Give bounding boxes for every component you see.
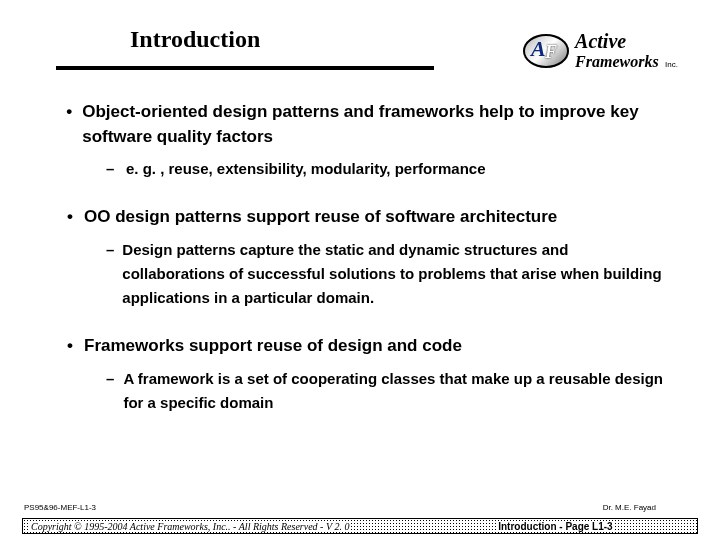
slide-header: Introduction AF Active Frameworks Inc. — [0, 20, 720, 80]
dash-icon: – — [106, 238, 114, 262]
slide-title: Introduction — [130, 26, 260, 53]
sub-list: – e. g. , reuse, extensibility, modulari… — [106, 157, 666, 181]
dash-icon: – — [106, 157, 118, 181]
project-id: PS95&96-MEF-L1-3 — [24, 503, 96, 512]
bullet-dot-icon: • — [66, 100, 72, 125]
bullet-text: Object-oriented design patterns and fram… — [82, 100, 666, 149]
copyright-text: Copyright © 1995-2004 Active Frameworks,… — [29, 521, 351, 532]
sub-text: Design patterns capture the static and d… — [122, 238, 666, 310]
bullet-dot-icon: • — [66, 334, 74, 359]
sub-list: – Design patterns capture the static and… — [106, 238, 666, 310]
bullet-item: • Frameworks support reuse of design and… — [66, 334, 666, 415]
brand-line2: Frameworks — [575, 53, 659, 70]
dash-icon: – — [106, 367, 115, 391]
slide: Introduction AF Active Frameworks Inc. •… — [0, 0, 720, 540]
page-label: Introduction - Page L1-3 — [496, 521, 614, 532]
footer-bar: Copyright © 1995-2004 Active Frameworks,… — [22, 518, 698, 534]
bullet-item: • OO design patterns support reuse of so… — [66, 205, 666, 310]
brand-logo: AF Active Frameworks Inc. — [523, 30, 678, 71]
sub-text: e. g. , reuse, extensibility, modularity… — [126, 157, 486, 181]
brand-line1: Active — [575, 30, 678, 53]
brand-inc: Inc. — [665, 60, 678, 69]
bullet-text: Frameworks support reuse of design and c… — [84, 334, 462, 359]
brand-logo-icon: AF — [523, 32, 569, 70]
sub-list: – A framework is a set of cooperating cl… — [106, 367, 666, 415]
sub-text: A framework is a set of cooperating clas… — [123, 367, 666, 415]
bullet-text: OO design patterns support reuse of soft… — [84, 205, 557, 230]
bullet-item: • Object-oriented design patterns and fr… — [66, 100, 666, 181]
brand-logo-text: Active Frameworks Inc. — [575, 30, 678, 71]
author-name: Dr. M.E. Fayad — [603, 503, 656, 512]
title-underline — [56, 66, 434, 70]
bullet-dot-icon: • — [66, 205, 74, 230]
slide-body: • Object-oriented design patterns and fr… — [66, 100, 666, 425]
